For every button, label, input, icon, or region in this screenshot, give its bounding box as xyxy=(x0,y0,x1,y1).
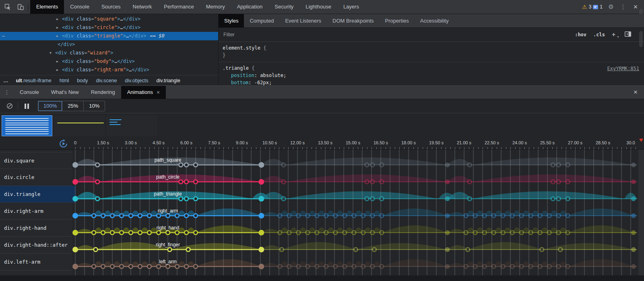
ruler-label: 30.0 xyxy=(626,140,635,145)
animation-group-1-thumbnail[interactable] xyxy=(2,115,52,136)
issues-badge[interactable]: ⚠ 3 1 xyxy=(580,4,605,10)
drawer-tab-rendering[interactable]: Rendering xyxy=(85,86,121,99)
timeline-ruler[interactable]: 01.50 s3.00 s4.50 s6.00 s7.50 s9.00 s10.… xyxy=(0,138,644,150)
toggle-cls[interactable]: .cls xyxy=(593,32,605,37)
ruler-tick xyxy=(210,147,210,149)
drawer-tab-what-s-new[interactable]: What's New xyxy=(45,86,85,99)
tab-elements[interactable]: Elements xyxy=(30,0,64,14)
tab-performance[interactable]: Performance xyxy=(158,0,200,14)
styles-tab-accessibility[interactable]: Accessibility xyxy=(415,14,454,27)
settings-gear-icon[interactable]: ⚙ xyxy=(605,3,617,10)
tree-row[interactable]: ▶<div class="square">…</div> xyxy=(0,15,218,23)
style-rule[interactable]: .triangle {position: absolute;bottom: -6… xyxy=(219,62,644,85)
tab-sources[interactable]: Sources xyxy=(95,0,127,14)
tab-security[interactable]: Security xyxy=(268,0,299,14)
ruler-tick xyxy=(418,147,418,149)
tree-row[interactable]: ▶<div class="body">…</div> xyxy=(0,57,218,66)
ruler-tick xyxy=(173,147,173,149)
timeline-scrubber[interactable] xyxy=(639,139,643,142)
rule-source-link[interactable]: ExyYRMK:851 xyxy=(607,65,639,72)
tracks-scrollbar[interactable] xyxy=(638,150,644,275)
ruler-tick xyxy=(122,147,122,149)
chevron-right-icon[interactable]: ▶ xyxy=(56,23,58,32)
ruler-label: 7.50 s xyxy=(208,140,220,145)
tab-lighthouse[interactable]: Lighthouse xyxy=(299,0,337,14)
ruler-tick xyxy=(196,147,196,149)
tab-network[interactable]: Network xyxy=(127,0,158,14)
animations-timeline[interactable]: path_squarepath_circlepath_triangleright… xyxy=(0,150,644,275)
ruler-tick xyxy=(460,147,460,149)
ruler-tick xyxy=(432,147,432,149)
tree-row[interactable]: ⋯▶<div class="triangle">…</div>== $0 xyxy=(0,32,218,40)
breadcrumb-item-div-triangle[interactable]: div.triangle xyxy=(152,75,184,85)
breadcrumb-item-body[interactable]: body xyxy=(73,75,92,85)
toolbar-right: ⚠ 3 1 ⚙ ⋮ × xyxy=(580,0,644,14)
pause-button[interactable] xyxy=(25,104,29,109)
replay-button[interactable] xyxy=(59,139,68,148)
tree-row[interactable]: ▶<div class="circle">…</div> xyxy=(0,23,218,32)
ruler-tick xyxy=(145,147,145,149)
playback-rate-25[interactable]: 25% xyxy=(62,101,83,111)
close-drawer-icon[interactable]: × xyxy=(627,86,644,99)
row-more-icon[interactable]: ⋯ xyxy=(2,32,5,40)
styles-tab-computed[interactable]: Computed xyxy=(244,14,279,27)
chevron-right-icon[interactable]: ▶ xyxy=(56,66,58,74)
sidebar-pane-toggle-icon[interactable] xyxy=(625,31,631,38)
drawer-kebab-icon[interactable]: ⋮ xyxy=(0,86,14,99)
chevron-right-icon[interactable]: ▶ xyxy=(56,57,58,66)
ruler-tick xyxy=(80,147,80,149)
tab-application[interactable]: Application xyxy=(231,0,269,14)
ruler-tick xyxy=(223,147,224,149)
ruler-tick xyxy=(599,147,599,149)
breadcrumb-item-html[interactable]: html xyxy=(56,75,73,85)
ruler-tick xyxy=(256,147,256,149)
animation-group-2-thumbnail[interactable] xyxy=(54,115,105,136)
ruler-tick xyxy=(177,147,178,149)
styles-tab-dom-breakpoints[interactable]: DOM Breakpoints xyxy=(327,14,380,27)
ruler-tick xyxy=(575,147,576,149)
drawer-tab-console[interactable]: Console xyxy=(14,86,45,99)
toolbar-left-icons xyxy=(0,0,30,14)
ruler-tick xyxy=(353,147,353,149)
tab-console[interactable]: Console xyxy=(64,0,95,14)
ruler-tick xyxy=(603,147,603,149)
clear-all-icon[interactable] xyxy=(5,103,14,109)
breadcrumb-item-div-scene[interactable]: div.scene xyxy=(92,75,121,85)
tab-layers[interactable]: Layers xyxy=(337,0,365,14)
chevron-down-icon[interactable]: ▼ xyxy=(50,49,52,57)
more-options-kebab-icon[interactable]: ⋮ xyxy=(617,3,629,10)
breadcrumb-item-div-objects[interactable]: div.objects xyxy=(121,75,152,85)
animation-name-label: path_triangle xyxy=(154,191,182,197)
chevron-right-icon[interactable]: ▶ xyxy=(56,32,58,40)
breadcrumb: …ult.result-iframehtmlbodydiv.scenediv.o… xyxy=(0,75,218,85)
new-style-rule-button[interactable]: + xyxy=(612,31,618,38)
tree-row[interactable]: ▼<div class="wizard"> xyxy=(0,49,218,57)
styles-tab-properties[interactable]: Properties xyxy=(380,14,415,27)
drawer-tab-animations[interactable]: Animations× xyxy=(121,86,166,99)
styles-filter-input[interactable] xyxy=(223,31,345,38)
tree-row[interactable]: </div> xyxy=(0,40,218,49)
playback-rate-10[interactable]: 10% xyxy=(83,101,105,111)
inspect-element-icon[interactable] xyxy=(1,0,14,14)
playback-rate-100[interactable]: 100% xyxy=(38,101,62,111)
ruler-tick xyxy=(372,147,372,149)
tree-node-text: </div> xyxy=(58,40,75,49)
tab-memory[interactable]: Memory xyxy=(200,0,231,14)
ruler-tick xyxy=(149,147,150,149)
breadcrumb-item-ult-result-iframe[interactable]: ult.result-iframe xyxy=(12,75,56,85)
close-tab-icon[interactable]: × xyxy=(157,90,160,95)
tree-node-text: <div class="body">…</div> xyxy=(62,57,135,66)
ruler-tick xyxy=(94,147,94,149)
toggle-hov[interactable]: :hov xyxy=(575,32,586,37)
styles-scrollbar[interactable] xyxy=(639,31,643,47)
breadcrumb-item-more[interactable]: … xyxy=(0,75,12,85)
style-rule[interactable]: element.style {} xyxy=(219,42,644,62)
styles-tab-styles[interactable]: Styles xyxy=(219,14,244,27)
animation-group-3-thumbnail[interactable] xyxy=(106,115,157,136)
styles-tab-event-listeners[interactable]: Event Listeners xyxy=(279,14,327,27)
chevron-right-icon[interactable]: ▶ xyxy=(56,15,58,23)
tree-row[interactable]: ▶<div class="right-arm">…</div> xyxy=(0,66,218,74)
ruler-label: 10.50 s xyxy=(262,140,277,145)
device-toolbar-icon[interactable] xyxy=(14,0,27,14)
ruler-label: 13.50 s xyxy=(318,140,332,145)
